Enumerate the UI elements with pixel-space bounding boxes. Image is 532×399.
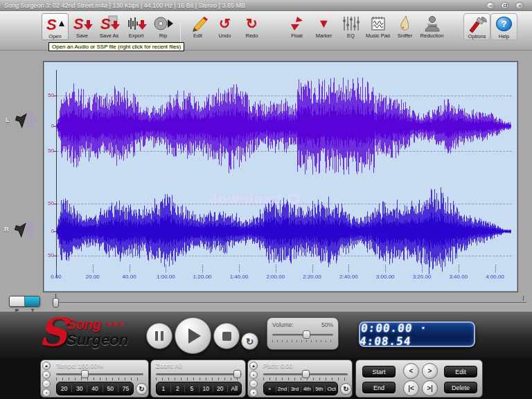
zoom-preset-button[interactable]: 5 bbox=[184, 385, 199, 392]
pitch-preset-button[interactable]: 2nd bbox=[276, 386, 288, 392]
level-tick bbox=[53, 256, 57, 256]
open-tooltip: Open an Audio or SSP file (right click f… bbox=[48, 42, 184, 51]
time-label: 1:20.00 bbox=[193, 274, 212, 280]
redo-icon: ↻ bbox=[246, 14, 258, 33]
zoom-preset-button[interactable]: 1 bbox=[157, 385, 170, 392]
float-button[interactable]: Float bbox=[283, 13, 310, 39]
loop-button[interactable]: ↻ bbox=[241, 332, 258, 350]
selection-panel: Start End < > |< >| Edit Delete bbox=[355, 360, 483, 398]
pitch-spin-up-button[interactable]: ▲ bbox=[249, 362, 258, 370]
eq-button[interactable]: EQ bbox=[337, 13, 364, 39]
left-channel-label: L bbox=[6, 116, 10, 123]
minimize-button[interactable] bbox=[486, 2, 495, 9]
pitch-preset-button[interactable]: + bbox=[264, 386, 276, 392]
time-label: 2:40.00 bbox=[339, 274, 358, 280]
go-to-start-button[interactable]: |< bbox=[403, 380, 419, 396]
position-slider-track[interactable] bbox=[52, 302, 527, 304]
tempo-preset-button[interactable]: 40 bbox=[87, 385, 102, 392]
tempo-label: Tempo: 100.00% bbox=[56, 362, 103, 369]
level-label: 50 bbox=[44, 252, 54, 258]
pause-button[interactable] bbox=[146, 323, 172, 349]
tempo-spin-up-button[interactable]: ▲ bbox=[42, 362, 51, 370]
go-to-end-button[interactable]: >| bbox=[422, 380, 438, 396]
speaker-icon[interactable] bbox=[11, 219, 35, 240]
options-button[interactable]: Options bbox=[463, 13, 490, 40]
pitch-preset-button[interactable]: 4th bbox=[301, 386, 313, 392]
redo-button[interactable]: ↻ Redo bbox=[238, 13, 265, 39]
rip-button[interactable]: Rip bbox=[150, 13, 177, 39]
vocal-reduction-button[interactable]: Vocal Reduction bbox=[418, 13, 445, 39]
tools-icon bbox=[466, 15, 488, 33]
pitch-preset-button[interactable]: Oct bbox=[325, 386, 337, 392]
level-label: 0 bbox=[44, 123, 54, 129]
eq-sliders-icon bbox=[340, 14, 362, 33]
level-label: 0 bbox=[44, 228, 54, 234]
marker-button[interactable]: ▼ Marker bbox=[310, 13, 337, 39]
pitch-preset-button[interactable]: 5th bbox=[313, 386, 326, 392]
zoom-preset-button[interactable]: 10 bbox=[199, 385, 213, 392]
volume-slider-track[interactable] bbox=[272, 334, 333, 336]
stop-icon bbox=[222, 332, 231, 341]
sniffer-button[interactable]: Sniffer bbox=[391, 13, 418, 39]
tempo-spin-down-button[interactable]: ▪ bbox=[42, 389, 51, 397]
toolbar-separator bbox=[180, 15, 181, 45]
time-label: 3:40.00 bbox=[449, 274, 468, 280]
right-channel-tag: R bbox=[4, 219, 35, 240]
svg-text:S: S bbox=[46, 16, 57, 33]
edit-selection-button[interactable]: Edit bbox=[444, 366, 477, 378]
zoom-slider-track[interactable] bbox=[156, 373, 242, 375]
zoom-preset-button[interactable]: 20 bbox=[213, 385, 227, 392]
open-button[interactable]: S Open bbox=[42, 13, 69, 40]
zoom-preset-button[interactable]: All bbox=[227, 385, 242, 392]
undo-button[interactable]: ↺ Undo bbox=[211, 13, 238, 39]
tempo-presets: 20 30 40 50 75 bbox=[56, 382, 134, 396]
pitch-increase-button[interactable]: + bbox=[249, 371, 258, 379]
maximize-button[interactable] bbox=[501, 2, 509, 9]
pitch-reset-button[interactable]: ↻ bbox=[340, 383, 352, 395]
pitch-spin-down-button[interactable]: ▪ bbox=[249, 389, 258, 397]
delete-selection-button[interactable]: Delete bbox=[444, 382, 477, 393]
close-button[interactable] bbox=[515, 2, 524, 9]
tempo-decrease-button[interactable]: − bbox=[42, 380, 51, 388]
pitch-preset-button[interactable]: 3rd bbox=[288, 386, 301, 392]
position-slider-handle[interactable] bbox=[53, 298, 59, 308]
volume-slider-thumb[interactable] bbox=[303, 330, 310, 339]
rip-icon bbox=[152, 14, 175, 33]
step-back-button[interactable]: < bbox=[403, 363, 419, 379]
tempo-preset-button[interactable]: 50 bbox=[103, 385, 118, 392]
stop-button[interactable] bbox=[213, 323, 240, 349]
step-forward-button[interactable]: > bbox=[422, 363, 438, 379]
waveform-display[interactable] bbox=[56, 70, 513, 278]
time-label: 0.00 bbox=[51, 274, 62, 280]
help-button[interactable]: ? Help bbox=[490, 13, 517, 40]
tempo-increase-button[interactable]: + bbox=[42, 371, 51, 379]
level-tick bbox=[53, 151, 57, 152]
start-button[interactable]: Start bbox=[362, 366, 396, 378]
tempo-reset-button[interactable]: ↻ bbox=[136, 383, 148, 395]
svg-text:S: S bbox=[100, 15, 111, 33]
pitch-slider-track[interactable] bbox=[263, 373, 348, 375]
tempo-preset-button[interactable]: 20 bbox=[57, 385, 71, 392]
pitch-decrease-button[interactable]: − bbox=[249, 380, 258, 388]
end-button[interactable]: End bbox=[362, 382, 396, 393]
time-tick bbox=[348, 265, 349, 272]
speaker-icon[interactable] bbox=[12, 109, 35, 130]
volume-value: 50% bbox=[321, 321, 333, 328]
time-tick bbox=[93, 265, 94, 272]
zoom-label: Zoom: All bbox=[156, 362, 182, 369]
toggle-knob[interactable] bbox=[10, 296, 25, 306]
pitch-label: Pitch: 0.00 bbox=[263, 362, 293, 369]
tempo-preset-button[interactable]: 30 bbox=[71, 385, 87, 392]
time-label: 1:00.00 bbox=[157, 274, 175, 280]
save-button[interactable]: S Save bbox=[69, 13, 96, 39]
export-button[interactable]: Export bbox=[123, 13, 150, 39]
tempo-slider-track[interactable] bbox=[56, 373, 143, 375]
tempo-preset-button[interactable]: 75 bbox=[118, 385, 133, 392]
music-pad-button[interactable]: Music Pad bbox=[364, 13, 391, 39]
time-tick bbox=[276, 265, 276, 272]
play-tempo-toggle[interactable] bbox=[9, 296, 40, 307]
play-button[interactable] bbox=[175, 317, 211, 354]
edit-button[interactable]: Edit bbox=[184, 13, 211, 39]
zoom-preset-button[interactable]: 2 bbox=[170, 385, 185, 392]
save-as-button[interactable]: S Save As bbox=[96, 13, 123, 39]
